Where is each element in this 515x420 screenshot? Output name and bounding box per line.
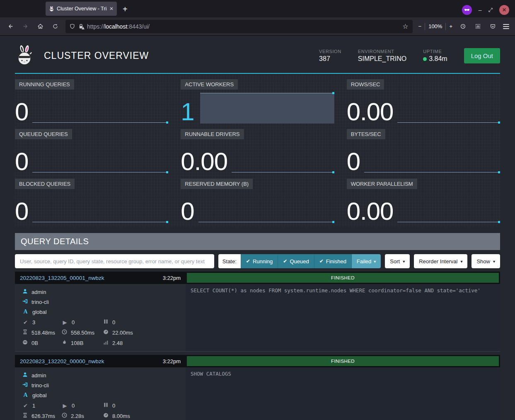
- window-minimize-button[interactable]: –: [479, 7, 482, 13]
- parallelism: 2.48: [112, 340, 123, 346]
- cluster-hud: RUNNING QUERIES 0 ACTIVE WORKERS 1 ROWS/…: [15, 74, 500, 227]
- query-row: 20220823_132205_00001_nwbzk 3:22pm FINIS…: [15, 272, 500, 352]
- window-restore-button[interactable]: ⤢: [488, 7, 493, 13]
- sparkline-chart: [32, 197, 168, 223]
- query-id-link[interactable]: 20220823_132205_00001_nwbzk: [20, 275, 104, 281]
- chevron-down-icon: ▾: [403, 259, 405, 264]
- separator: [425, 23, 425, 30]
- user-icon: [22, 372, 28, 379]
- gauge-icon: [103, 329, 109, 336]
- logout-button[interactable]: Log Out: [464, 48, 500, 63]
- page-title: CLUSTER OVERVIEW: [44, 50, 149, 61]
- new-tab-button[interactable]: +: [123, 5, 128, 14]
- state-filter-label: State:: [218, 254, 241, 268]
- sparkline-chart: [32, 98, 168, 124]
- chevron-down-icon: ▾: [460, 259, 462, 264]
- running-splits: 0: [72, 319, 75, 325]
- query-user: admin: [31, 372, 46, 379]
- tab-close-icon[interactable]: ✕: [109, 6, 114, 12]
- query-resource-group: global: [32, 309, 47, 315]
- reorder-interval-dropdown[interactable]: Reorder Interval▾: [414, 254, 467, 268]
- sparkline-chart: [397, 197, 500, 223]
- filter-queued-button[interactable]: ✔ Queued: [278, 254, 314, 268]
- resource-group-icon: A: [22, 308, 29, 315]
- reload-button-icon[interactable]: [49, 20, 61, 33]
- filter-running-button[interactable]: ✔ Running: [241, 254, 278, 268]
- check-icon: ✔: [246, 258, 250, 264]
- resource-group-icon: A: [22, 392, 29, 398]
- tile-runnable-drivers: RUNNABLE DRIVERS 0.00: [181, 129, 334, 173]
- trino-cluster-overview-page: CLUSTER OVERVIEW VERSION 387 ENVIRONMENT…: [0, 36, 515, 420]
- query-sql-text: SELECT COUNT(*) as nodes FROM system.run…: [186, 284, 500, 351]
- total-time: 558.50ms: [71, 330, 94, 336]
- sparkline-chart: [200, 93, 334, 124]
- running-splits: 0: [72, 403, 75, 409]
- window-titlebar: Cluster Overview - Trino ✕ + – ⤢ ✕: [0, 0, 515, 17]
- tile-bytes-sec: BYTES/SEC 0: [347, 129, 500, 173]
- sign-in-icon: [22, 299, 28, 305]
- query-resource-group: global: [32, 392, 47, 398]
- wall-time: 518.48ms: [31, 330, 55, 336]
- back-button-icon[interactable]: [4, 20, 17, 33]
- query-details-header: QUERY DETAILS: [15, 233, 500, 250]
- query-source: trino-cli: [31, 299, 49, 305]
- check-icon: ✔: [319, 258, 324, 264]
- query-row: 20220823_132202_00000_nwbzk 3:22pm FINIS…: [15, 355, 500, 420]
- tile-rows-sec: ROWS/SEC 0.00: [347, 79, 500, 124]
- screenshot-icon[interactable]: [471, 20, 484, 33]
- query-header: 20220823_132202_00000_nwbzk 3:22pm: [15, 355, 186, 367]
- play-icon: ▶: [62, 319, 68, 325]
- show-dropdown[interactable]: Show▾: [471, 254, 500, 268]
- private-browsing-icon: [462, 5, 472, 15]
- pocket-icon[interactable]: [486, 20, 499, 33]
- separator: [445, 23, 446, 30]
- tile-worker-parallelism: WORKER PARALLELISM 0.00: [347, 179, 500, 223]
- query-id-link[interactable]: 20220823_132202_00000_nwbzk: [20, 358, 104, 364]
- queued-splits: 0: [112, 403, 115, 409]
- home-button-icon[interactable]: [34, 20, 46, 33]
- query-state-badge: FINISHED: [187, 273, 499, 283]
- url-text: https://localhost:8443/ui/: [87, 23, 399, 30]
- clock-icon: [62, 413, 67, 419]
- tracking-shield-icon[interactable]: [70, 24, 75, 29]
- queued-splits: 0: [112, 319, 115, 325]
- query-time: 3:22pm: [163, 275, 181, 281]
- zoom-level[interactable]: 100%: [428, 23, 442, 29]
- window-close-button[interactable]: ✕: [499, 5, 509, 15]
- url-bar[interactable]: https://localhost:8443/ui/ ☆: [65, 20, 413, 33]
- cpu-time: 8.00ms: [112, 413, 130, 419]
- memory-scale-icon: [22, 340, 28, 346]
- hourglass-icon: [22, 329, 28, 336]
- query-header: 20220823_132205_00001_nwbzk 3:22pm: [15, 272, 186, 284]
- sparkline-chart: [232, 148, 334, 173]
- query-user: admin: [31, 289, 46, 295]
- filter-finished-button[interactable]: ✔ Finished: [314, 254, 351, 268]
- forward-button-icon[interactable]: [19, 20, 31, 33]
- query-source: trino-cli: [31, 382, 49, 388]
- clock-icon: [62, 329, 67, 336]
- zoom-out-button[interactable]: −: [418, 23, 422, 29]
- filter-failed-dropdown[interactable]: Failed ▾: [351, 254, 381, 268]
- bookmark-star-icon[interactable]: ☆: [402, 22, 408, 30]
- pause-icon: [103, 402, 109, 409]
- pause-icon: [103, 319, 109, 325]
- lock-warning-icon[interactable]: [78, 24, 84, 29]
- query-meta-panel: admin trino-cli A global ✔1 ▶0 0 626.37m…: [15, 367, 186, 420]
- sort-dropdown[interactable]: Sort▾: [385, 254, 410, 268]
- menu-hamburger-icon[interactable]: [501, 22, 511, 31]
- browser-toolbar: https://localhost:8443/ui/ ☆ − 100% +: [0, 17, 515, 36]
- sign-in-icon: [22, 382, 28, 388]
- check-icon: ✔: [22, 403, 29, 409]
- version-stat: VERSION 387: [319, 49, 341, 63]
- history-clock-icon[interactable]: [457, 20, 469, 33]
- environment-stat: ENVIRONMENT SIMPLE_TRINO: [358, 49, 406, 63]
- trino-logo-icon: [15, 45, 35, 66]
- query-state-badge: FINISHED: [187, 356, 499, 366]
- cpu-time: 22.00ms: [112, 330, 133, 336]
- zoom-in-button[interactable]: +: [449, 23, 452, 29]
- browser-tab[interactable]: Cluster Overview - Trino ✕: [46, 2, 117, 16]
- query-filter-toolbar: State: ✔ Running ✔ Queued ✔ Finished Fai…: [15, 254, 500, 268]
- query-search-input[interactable]: [15, 254, 214, 268]
- query-time: 3:22pm: [163, 358, 181, 364]
- hourglass-icon: [22, 413, 28, 419]
